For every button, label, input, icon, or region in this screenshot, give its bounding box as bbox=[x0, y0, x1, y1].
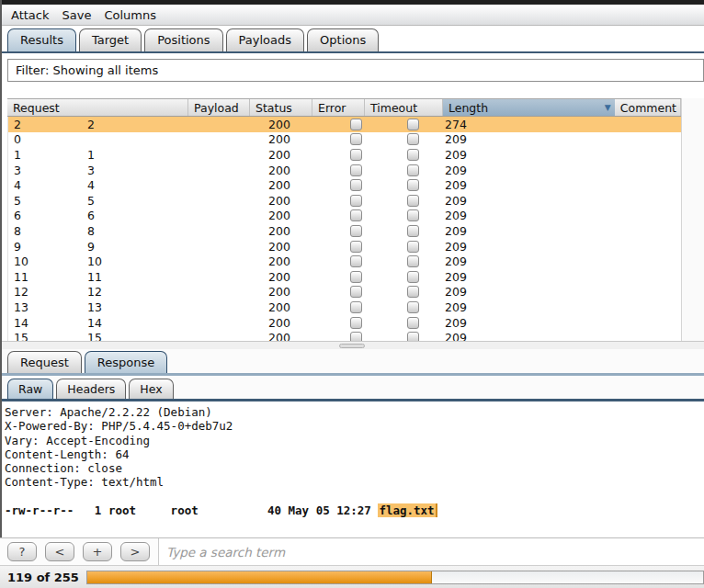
cell-payload: 14 bbox=[82, 315, 263, 331]
previous-match-button[interactable]: < bbox=[45, 542, 74, 561]
column-label: Length bbox=[449, 101, 488, 115]
cell-comment bbox=[517, 239, 681, 254]
error-checkbox bbox=[350, 286, 362, 298]
cell-payload: 13 bbox=[82, 300, 263, 315]
table-row[interactable]: 3 3 200 209 bbox=[8, 163, 681, 178]
vertical-scrollbar[interactable] bbox=[681, 98, 704, 341]
cell-comment bbox=[517, 254, 681, 269]
results-table-grid: Request ▼ Payload ▼ Status ▼ Error bbox=[7, 98, 681, 341]
filter-section: Filter: Showing all items bbox=[0, 53, 704, 83]
cell-length: 209 bbox=[439, 132, 517, 148]
menu-columns[interactable]: Columns bbox=[104, 8, 156, 22]
cell-length: 209 bbox=[439, 177, 517, 193]
table-row[interactable]: 13 13 200 209 bbox=[8, 300, 681, 315]
cell-comment bbox=[517, 132, 681, 148]
timeout-checkbox bbox=[407, 149, 419, 161]
error-checkbox bbox=[350, 301, 362, 313]
tab-request[interactable]: Request bbox=[7, 351, 82, 373]
table-row[interactable]: 9 9 200 209 bbox=[8, 239, 681, 254]
cell-comment bbox=[517, 300, 681, 315]
filter-bar[interactable]: Filter: Showing all items bbox=[7, 59, 704, 82]
cell-payload: 1 bbox=[82, 147, 263, 163]
cell-request: 9 bbox=[8, 239, 82, 254]
next-match-button[interactable]: > bbox=[120, 542, 150, 561]
cell-comment bbox=[517, 223, 681, 239]
cell-payload: 3 bbox=[82, 163, 263, 178]
table-row[interactable]: 4 4 200 209 bbox=[8, 177, 681, 193]
column-header-timeout[interactable]: Timeout ▼ bbox=[365, 99, 443, 116]
cell-length: 209 bbox=[439, 209, 517, 224]
cell-length: 209 bbox=[439, 193, 517, 209]
table-row[interactable]: 8 8 200 209 bbox=[8, 223, 681, 239]
table-row[interactable]: 0 200 209 bbox=[8, 132, 681, 148]
table-row[interactable]: 6 6 200 209 bbox=[8, 209, 681, 224]
cell-payload bbox=[82, 132, 263, 148]
menu-save[interactable]: Save bbox=[62, 8, 92, 22]
cell-error bbox=[324, 330, 387, 341]
timeout-checkbox bbox=[407, 241, 419, 253]
cell-timeout bbox=[387, 223, 439, 239]
column-header-length[interactable]: Length ▼ bbox=[443, 99, 615, 116]
table-row[interactable]: 14 14 200 209 bbox=[8, 315, 681, 331]
sort-descending-icon: ▼ bbox=[605, 103, 611, 112]
cell-request: 3 bbox=[8, 163, 82, 178]
column-header-request[interactable]: Request ▼ bbox=[7, 99, 188, 116]
search-help-button[interactable]: ? bbox=[7, 542, 37, 561]
table-row[interactable]: 10 10 200 209 bbox=[8, 254, 681, 269]
column-header-error[interactable]: Error ▼ bbox=[312, 99, 365, 116]
cell-request: 6 bbox=[8, 209, 82, 224]
cell-error bbox=[324, 315, 387, 331]
timeout-checkbox bbox=[407, 209, 419, 221]
error-checkbox bbox=[350, 133, 362, 145]
cell-request: 10 bbox=[8, 254, 82, 269]
response-editor[interactable]: Server: Apache/2.2.22 (Debian) X-Powered… bbox=[0, 401, 704, 537]
table-row[interactable]: 5 5 200 209 bbox=[8, 193, 681, 209]
cell-error bbox=[324, 254, 387, 269]
splitter-grip[interactable] bbox=[339, 344, 365, 348]
column-label: Status bbox=[255, 101, 292, 115]
cell-payload: 5 bbox=[82, 193, 263, 209]
table-row[interactable]: 1 1 200 209 bbox=[8, 147, 681, 163]
cell-status: 200 bbox=[263, 330, 324, 341]
column-header-status[interactable]: Status ▼ bbox=[250, 99, 312, 116]
table-row[interactable]: 15 15 200 209 bbox=[8, 330, 681, 341]
cell-error bbox=[324, 285, 387, 300]
menu-attack[interactable]: Attack bbox=[11, 8, 50, 22]
tab-options[interactable]: Options bbox=[307, 28, 379, 51]
cell-comment bbox=[517, 315, 681, 331]
table-row[interactable]: 2 2 200 274 bbox=[8, 117, 681, 132]
cell-status: 200 bbox=[263, 223, 324, 239]
progress-bar bbox=[86, 571, 704, 584]
tab-hex[interactable]: Hex bbox=[129, 379, 173, 399]
cell-status: 200 bbox=[263, 254, 324, 269]
tab-raw[interactable]: Raw bbox=[7, 379, 53, 399]
cell-status: 200 bbox=[263, 177, 324, 193]
cell-error bbox=[324, 132, 387, 148]
column-header-payload[interactable]: Payload ▼ bbox=[188, 99, 250, 116]
cell-error bbox=[324, 193, 387, 209]
timeout-checkbox bbox=[407, 179, 419, 191]
tab-target[interactable]: Target bbox=[79, 28, 142, 51]
timeout-checkbox bbox=[407, 286, 419, 298]
pane-splitter[interactable] bbox=[0, 341, 704, 349]
filter-text: Filter: Showing all items bbox=[16, 63, 158, 77]
table-row[interactable]: 11 11 200 209 bbox=[8, 269, 681, 285]
search-options-button[interactable]: + bbox=[83, 542, 112, 561]
search-input[interactable] bbox=[158, 538, 704, 565]
tab-results[interactable]: Results bbox=[7, 28, 76, 51]
cell-length: 209 bbox=[439, 300, 517, 315]
table-row[interactable]: 12 12 200 209 bbox=[8, 285, 681, 300]
error-checkbox bbox=[350, 317, 362, 329]
error-checkbox bbox=[350, 119, 362, 130]
error-checkbox bbox=[350, 271, 362, 283]
tab-response[interactable]: Response bbox=[85, 351, 167, 373]
column-header-comment[interactable]: Comment ▼ bbox=[615, 99, 681, 116]
cell-request: 15 bbox=[8, 330, 82, 341]
tab-headers[interactable]: Headers bbox=[56, 379, 126, 399]
tab-payloads[interactable]: Payloads bbox=[226, 28, 304, 51]
cell-payload: 8 bbox=[82, 223, 263, 239]
cell-status: 200 bbox=[263, 239, 324, 254]
cell-request: 5 bbox=[8, 193, 82, 209]
cell-comment bbox=[517, 193, 681, 209]
tab-positions[interactable]: Positions bbox=[144, 28, 222, 51]
